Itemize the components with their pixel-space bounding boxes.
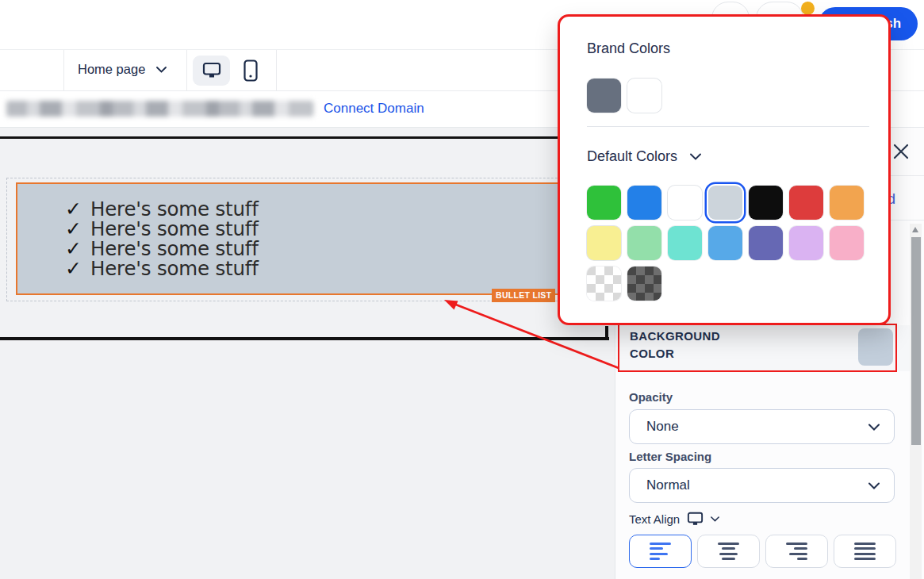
swatch-row: [587, 226, 888, 260]
swatch-row: [587, 266, 888, 301]
scrollbar-thumb[interactable]: [911, 237, 921, 445]
brand-color-swatch[interactable]: [587, 79, 621, 113]
bullet-item-text: Here's some stuff: [90, 199, 259, 219]
text-align-row: Text Align: [629, 512, 719, 527]
default-color-swatch[interactable]: [830, 226, 864, 260]
bullet-item-text: Here's some stuff: [90, 219, 259, 239]
default-color-swatch[interactable]: [627, 186, 661, 220]
check-bullet-glyph: ✓: [65, 239, 90, 259]
mobile-view-button[interactable]: [235, 56, 266, 86]
background-color-value-swatch[interactable]: [858, 328, 893, 366]
default-color-swatch[interactable]: [587, 186, 621, 220]
text-align-buttons: [629, 535, 896, 568]
selected-color-swatch[interactable]: [708, 186, 742, 220]
connect-domain-link[interactable]: Connect Domain: [324, 101, 424, 117]
canvas-divider-line[interactable]: [0, 337, 609, 340]
default-colors-header[interactable]: Default Colors: [587, 148, 888, 165]
letter-spacing-label: Letter Spacing: [629, 450, 711, 463]
align-justify-button[interactable]: [834, 535, 896, 568]
color-picker-popup: Brand Colors Default Colors: [558, 14, 891, 325]
align-justify-icon: [854, 543, 876, 561]
toolbar-divider: [186, 50, 187, 90]
check-bullet-glyph: ✓: [65, 219, 90, 239]
default-color-swatch[interactable]: [789, 226, 823, 260]
chevron-down-icon: [868, 482, 880, 489]
default-color-swatch[interactable]: [708, 226, 742, 260]
check-bullet-glyph: ✓: [65, 199, 90, 219]
mobile-icon: [243, 59, 258, 82]
brand-color-swatch[interactable]: [627, 79, 661, 113]
chevron-down-icon: [156, 67, 167, 73]
bullet-list-item: ✓Here's some stuff: [65, 219, 613, 239]
desktop-icon: [202, 62, 221, 79]
align-left-button[interactable]: [629, 535, 692, 568]
bullet-item-text: Here's some stuff: [90, 239, 259, 259]
align-right-icon: [786, 543, 807, 561]
background-color-label: BACKGROUND COLOR: [630, 328, 749, 362]
default-color-swatch[interactable]: [830, 186, 864, 220]
letter-spacing-value: Normal: [646, 477, 690, 493]
chevron-down-icon[interactable]: [711, 516, 719, 522]
panel-scrollbar[interactable]: [910, 224, 922, 579]
default-color-grid: [587, 186, 888, 301]
align-left-icon: [650, 543, 671, 561]
background-color-section[interactable]: BACKGROUND COLOR: [616, 325, 910, 371]
brand-colors-title: Brand Colors: [587, 40, 888, 57]
opacity-value: None: [646, 419, 679, 435]
default-color-swatch[interactable]: [668, 226, 702, 260]
opacity-label: Opacity: [629, 390, 673, 404]
check-bullet-glyph: ✓: [65, 259, 90, 278]
opacity-select[interactable]: None: [629, 409, 895, 444]
text-align-label: Text Align: [629, 512, 680, 526]
default-color-swatch[interactable]: [789, 186, 823, 220]
desktop-view-button[interactable]: [193, 56, 230, 86]
swatch-row: [587, 186, 888, 220]
canvas-divider-line[interactable]: [0, 136, 615, 139]
bullet-list-item: ✓Here's some stuff: [65, 239, 613, 259]
toolbar-divider: [276, 50, 277, 90]
chevron-down-icon: [868, 424, 880, 431]
scrollbar-up-arrow[interactable]: [912, 227, 918, 232]
default-color-swatch[interactable]: [587, 266, 621, 301]
bullet-list-items: ✓Here's some stuff✓Here's some stuff✓Her…: [65, 199, 613, 278]
default-color-swatch[interactable]: [749, 226, 783, 260]
canvas-divider-corner: [605, 326, 608, 339]
page-selector-label: Home page: [78, 62, 145, 77]
close-icon[interactable]: [892, 143, 910, 160]
align-center-icon: [718, 543, 739, 561]
bullet-list-item: ✓Here's some stuff: [65, 199, 613, 219]
bullet-list-item: ✓Here's some stuff: [65, 259, 613, 278]
default-color-swatch[interactable]: [749, 186, 783, 220]
site-url-blurred: [6, 101, 313, 117]
align-right-button[interactable]: [765, 535, 828, 568]
default-colors-title: Default Colors: [587, 148, 677, 165]
popup-divider: [587, 126, 869, 127]
chevron-down-icon: [690, 153, 701, 160]
default-color-swatch[interactable]: [627, 266, 661, 301]
editor-canvas[interactable]: ✓Here's some stuff✓Here's some stuff✓Her…: [0, 128, 615, 579]
bullet-item-text: Here's some stuff: [90, 259, 259, 278]
default-color-swatch[interactable]: [668, 186, 702, 220]
notification-badge: [801, 2, 815, 15]
toolbar-divider: [63, 50, 64, 90]
brand-swatches: [587, 79, 888, 113]
page-selector-dropdown[interactable]: Home page: [78, 62, 167, 77]
bullet-list-badge: BULLET LIST: [492, 289, 555, 302]
letter-spacing-select[interactable]: Normal: [629, 468, 895, 503]
align-center-button[interactable]: [697, 535, 760, 568]
desktop-icon[interactable]: [687, 512, 704, 527]
default-color-swatch[interactable]: [627, 226, 661, 260]
default-color-swatch[interactable]: [587, 226, 621, 260]
bullet-list-element[interactable]: ✓Here's some stuff✓Here's some stuff✓Her…: [16, 182, 615, 295]
